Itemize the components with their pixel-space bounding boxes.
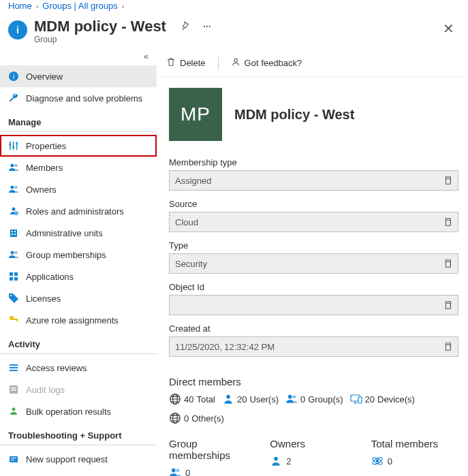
stat-suffix: Group(s) — [308, 394, 343, 404]
sidebar-item-label: Overview — [26, 72, 63, 82]
count-value: 2 — [286, 456, 291, 466]
copy-icon[interactable] — [443, 217, 452, 227]
stat-suffix: Total — [196, 394, 215, 404]
group-memberships-count[interactable]: 0 — [169, 466, 256, 476]
sidebar-item-label: Properties — [26, 141, 66, 151]
sidebar-item-diagnose[interactable]: Diagnose and solve problems — [0, 87, 157, 109]
total-members-title: Total members — [371, 438, 458, 449]
field-source[interactable]: Cloud — [169, 212, 458, 232]
entity-avatar: MP — [169, 88, 222, 141]
svg-point-7 — [16, 143, 18, 145]
sidebar-item-label: New support request — [26, 454, 108, 464]
sidebar-item-label: Bulk operation results — [26, 407, 111, 417]
sidebar-item-audit-logs[interactable]: Audit logs — [0, 379, 157, 400]
globe-icon — [169, 412, 181, 424]
sidebar-item-azure-roles[interactable]: Azure role assignments — [0, 309, 157, 331]
svg-point-54 — [172, 469, 176, 473]
stat-suffix: Device(s) — [377, 394, 415, 404]
sidebar-item-label: Access reviews — [26, 363, 87, 373]
globe-icon — [169, 393, 181, 405]
sidebar-item-new-support[interactable]: New support request — [0, 448, 157, 470]
svg-rect-28 — [16, 319, 18, 321]
field-label-type: Type — [169, 240, 458, 251]
sidebar-item-licenses[interactable]: Licenses — [0, 287, 157, 309]
sidebar-item-applications[interactable]: Applications — [0, 266, 157, 287]
svg-rect-43 — [446, 303, 450, 308]
collapse-sidebar-icon[interactable]: « — [0, 50, 157, 65]
people-icon — [169, 466, 181, 476]
sidebar-item-label: Owners — [26, 185, 57, 195]
stat-count: 0 — [300, 394, 305, 404]
svg-point-20 — [15, 251, 18, 254]
field-value: Security — [175, 259, 437, 269]
copy-icon[interactable] — [443, 342, 452, 351]
copy-icon[interactable] — [443, 176, 452, 185]
info-icon: i — [8, 71, 19, 82]
stat-suffix: Other(s) — [191, 413, 224, 424]
svg-rect-42 — [446, 261, 450, 267]
sidebar-item-roles[interactable]: Roles and administrators — [0, 200, 157, 222]
field-membership-type[interactable]: Assigned — [169, 170, 458, 191]
svg-rect-15 — [12, 231, 13, 232]
svg-rect-38 — [11, 460, 14, 460]
field-type[interactable]: Security — [169, 253, 458, 274]
field-object-id[interactable] — [169, 295, 458, 315]
delete-button[interactable]: Delete — [166, 57, 206, 69]
svg-point-9 — [15, 164, 18, 167]
stat-groups[interactable]: 0 Group(s) — [285, 393, 343, 405]
sidebar-item-access-reviews[interactable]: Access reviews — [0, 357, 157, 379]
copy-icon[interactable] — [443, 300, 452, 310]
count-value: 0 — [388, 456, 392, 466]
sidebar-item-label: Applications — [26, 272, 74, 282]
svg-point-39 — [234, 59, 236, 61]
wrench-icon — [8, 93, 19, 104]
svg-point-8 — [11, 164, 14, 168]
total-members-count[interactable]: 0 — [371, 455, 458, 467]
sidebar-item-overview[interactable]: i Overview — [0, 65, 157, 87]
sliders-icon — [8, 140, 19, 151]
svg-rect-16 — [14, 231, 16, 232]
sidebar-item-members[interactable]: Members — [0, 157, 157, 178]
page-title: MDM policy - West — [34, 18, 166, 35]
sidebar-item-bulk-operations[interactable]: Bulk operation results — [0, 400, 157, 422]
sidebar-item-properties[interactable]: Properties — [0, 135, 157, 157]
stat-total[interactable]: 40 Total — [169, 393, 215, 405]
stat-count: 20 — [365, 394, 375, 404]
more-icon[interactable]: ··· — [203, 21, 211, 32]
sidebar-item-label: Diagnose and solve problems — [26, 93, 142, 104]
trash-icon — [166, 57, 176, 69]
sidebar-item-owners[interactable]: Owners — [0, 178, 157, 200]
sidebar-item-admin-units[interactable]: Administrative units — [0, 222, 157, 244]
sidebar-section-support: Troubleshooting + Support — [0, 422, 157, 445]
feedback-label: Got feedback? — [245, 58, 302, 68]
logs-icon — [8, 384, 19, 395]
stat-users[interactable]: 20 User(s) — [222, 393, 279, 405]
svg-point-11 — [15, 186, 18, 189]
breadcrumb-groups[interactable]: Groups | All groups — [42, 1, 117, 11]
sidebar-item-group-memberships[interactable]: Group memberships — [0, 244, 157, 266]
svg-rect-30 — [10, 367, 18, 368]
svg-point-12 — [12, 208, 16, 211]
pin-icon[interactable] — [180, 21, 189, 33]
breadcrumb-home[interactable]: Home — [8, 1, 32, 11]
delete-label: Delete — [180, 58, 206, 68]
feedback-button[interactable]: Got feedback? — [231, 57, 302, 69]
svg-rect-37 — [11, 458, 16, 458]
field-value: 11/25/2020, 12:32:42 PM — [175, 342, 437, 352]
sidebar-section-activity: Activity — [0, 331, 157, 354]
user-icon — [222, 393, 234, 405]
svg-rect-22 — [14, 272, 18, 276]
breadcrumb: Home › Groups | All groups › — [0, 0, 468, 16]
svg-text:i: i — [13, 73, 14, 80]
svg-point-25 — [10, 295, 12, 296]
owners-count[interactable]: 2 — [270, 455, 357, 467]
svg-rect-34 — [11, 390, 16, 391]
separator — [218, 57, 219, 70]
field-created-at[interactable]: 11/25/2020, 12:32:42 PM — [169, 336, 458, 357]
copy-icon[interactable] — [443, 259, 452, 268]
svg-rect-18 — [14, 234, 16, 235]
stat-devices[interactable]: 20 Device(s) — [350, 393, 415, 405]
stat-others[interactable]: 0 Other(s) — [169, 412, 224, 424]
svg-rect-2 — [10, 142, 11, 150]
close-icon[interactable]: ✕ — [437, 18, 460, 39]
